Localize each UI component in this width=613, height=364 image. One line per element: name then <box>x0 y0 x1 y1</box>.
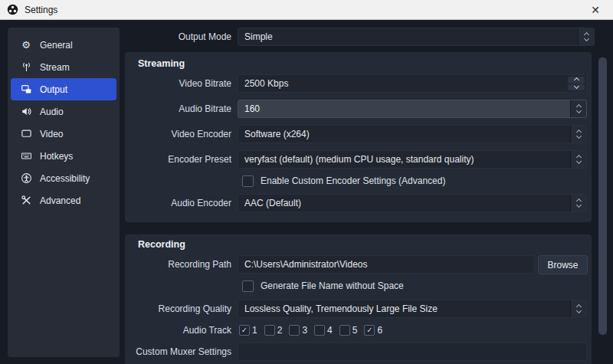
audio-track-6-label: 6 <box>377 325 382 336</box>
custom-encoder-checkbox-label: Enable Custom Encoder Settings (Advanced… <box>261 175 445 187</box>
close-icon[interactable]: ✕ <box>585 0 606 20</box>
output-mode-label: Output Mode <box>124 28 231 46</box>
chevron-updown-icon[interactable] <box>570 126 586 143</box>
audio-track-label: Audio Track <box>124 321 231 339</box>
no-space-checkbox-label: Generate File Name without Space <box>261 280 404 292</box>
spin-down-icon[interactable] <box>568 84 585 91</box>
titlebar[interactable]: Settings ✕ <box>0 0 613 20</box>
sidebar-item-label: Video <box>40 129 63 139</box>
sidebar-item-label: Output <box>40 84 67 95</box>
video-bitrate-spinbox[interactable]: 2500 Kbps <box>238 74 587 93</box>
recording-header: Recording <box>138 239 185 250</box>
video-encoder-value: Software (x264) <box>238 129 570 139</box>
keyboard-icon <box>20 150 32 162</box>
obs-logo-icon <box>7 4 18 15</box>
custom-muxer-input[interactable] <box>238 343 587 361</box>
output-mode-value: Simple <box>238 31 578 42</box>
audio-track-1-checkbox[interactable]: ✓ <box>239 325 250 336</box>
sidebar-item-label: General <box>40 40 73 51</box>
encoder-preset-select[interactable]: veryfast (default) (medium CPU usage, st… <box>238 150 587 169</box>
output-mode-select[interactable]: Simple <box>238 28 595 46</box>
sidebar-item-label: Advanced <box>40 195 80 206</box>
recording-quality-value: Lossless Quality, Tremendously Large Fil… <box>238 303 570 314</box>
chevron-updown-icon[interactable] <box>570 100 586 117</box>
sidebar-item-label: Stream <box>40 62 70 73</box>
audio-encoder-select[interactable]: AAC (Default) <box>238 194 587 212</box>
sidebar-item-label: Audio <box>40 107 64 117</box>
sidebar-item-advanced[interactable]: Advanced <box>11 189 116 212</box>
audio-encoder-value: AAC (Default) <box>238 198 570 208</box>
gear-icon: ⚙ <box>20 39 32 51</box>
audio-track-6-checkbox[interactable]: ✓ <box>364 325 375 336</box>
speaker-icon <box>20 106 32 118</box>
custom-muxer-label: Custom Muxer Settings <box>124 343 231 361</box>
video-encoder-label: Video Encoder <box>124 125 231 143</box>
audio-track-4-checkbox[interactable] <box>314 325 325 336</box>
no-space-checkbox[interactable] <box>242 280 254 292</box>
settings-window: Settings ✕ ⚙ General Stream Output Audio <box>0 0 613 364</box>
audio-track-3-checkbox[interactable] <box>289 325 300 336</box>
audio-track-2-label: 2 <box>277 325 283 336</box>
sidebar-item-label: Hotkeys <box>40 151 73 162</box>
sidebar-item-audio[interactable]: Audio <box>11 100 116 123</box>
sidebar-item-label: Accessibility <box>40 173 90 184</box>
vertical-scrollbar[interactable] <box>598 57 607 335</box>
spin-up-icon[interactable] <box>568 77 585 84</box>
sidebar-item-video[interactable]: Video <box>11 123 116 145</box>
sidebar-item-output[interactable]: Output <box>11 78 116 100</box>
settings-sidebar: ⚙ General Stream Output Audio Video <box>8 28 120 357</box>
streaming-header: Streaming <box>138 58 185 69</box>
output-icon <box>20 84 32 96</box>
antenna-icon <box>20 61 32 74</box>
encoder-preset-label: Encoder Preset <box>124 150 231 169</box>
video-bitrate-label: Video Bitrate <box>124 74 231 93</box>
audio-encoder-label: Audio Encoder <box>124 194 231 212</box>
audio-bitrate-combobox[interactable]: 160 <box>238 100 587 118</box>
sidebar-item-stream[interactable]: Stream <box>11 56 116 78</box>
accessibility-icon <box>20 172 32 185</box>
sidebar-item-hotkeys[interactable]: Hotkeys <box>11 145 116 167</box>
audio-track-2-checkbox[interactable] <box>264 325 275 336</box>
recording-quality-label: Recording Quality <box>124 300 231 318</box>
audio-track-row: ✓ 1 2 3 4 5 ✓ 6 <box>239 325 389 336</box>
video-bitrate-value: 2500 Kbps <box>238 78 568 89</box>
chevron-updown-icon[interactable] <box>570 151 586 168</box>
monitor-icon <box>20 128 32 140</box>
sidebar-item-general[interactable]: ⚙ General <box>11 34 116 56</box>
audio-track-4-label: 4 <box>327 325 333 336</box>
custom-encoder-checkbox[interactable] <box>242 175 254 187</box>
video-encoder-select[interactable]: Software (x264) <box>238 125 587 143</box>
audio-bitrate-value: 160 <box>238 103 570 114</box>
chevron-updown-icon[interactable] <box>570 195 586 212</box>
audio-track-5-label: 5 <box>352 325 358 336</box>
browse-button[interactable]: Browse <box>538 255 588 274</box>
chevron-updown-icon[interactable] <box>578 28 594 45</box>
encoder-preset-value: veryfast (default) (medium CPU usage, st… <box>238 154 570 165</box>
audio-track-5-checkbox[interactable] <box>339 325 350 336</box>
recording-quality-select[interactable]: Lossless Quality, Tremendously Large Fil… <box>238 300 587 318</box>
sidebar-item-accessibility[interactable]: Accessibility <box>11 167 116 189</box>
audio-track-1-label: 1 <box>252 325 257 336</box>
audio-track-3-label: 3 <box>302 325 307 336</box>
chevron-updown-icon[interactable] <box>570 300 586 317</box>
audio-bitrate-label: Audio Bitrate <box>124 100 231 118</box>
recording-path-label: Recording Path <box>124 255 231 274</box>
recording-path-input[interactable] <box>238 255 535 274</box>
tools-icon <box>20 195 32 207</box>
window-title: Settings <box>25 5 57 15</box>
